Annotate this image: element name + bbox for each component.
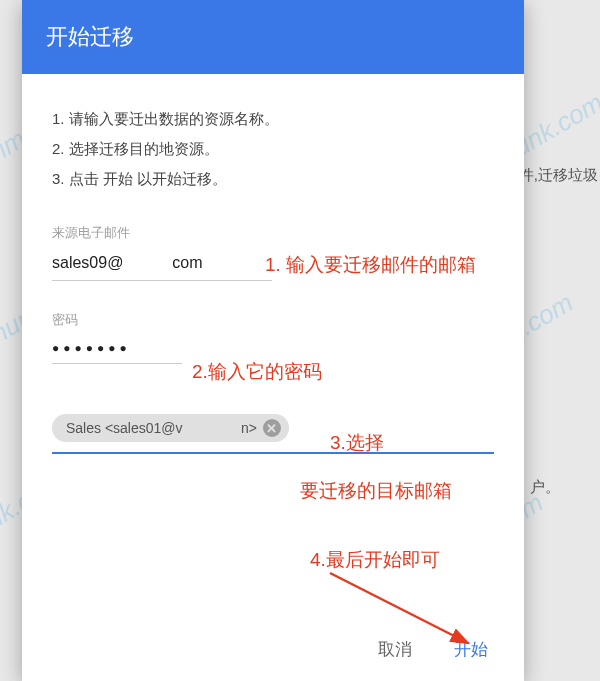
annotation-3b: 要迁移的目标邮箱 [300, 478, 452, 504]
close-icon[interactable]: ✕ [263, 419, 281, 437]
source-email-label: 来源电子邮件 [52, 224, 494, 242]
instruction-line: 1. 请输入要迁出数据的资源名称。 [52, 104, 494, 134]
selected-target-chip[interactable]: Sales <sales01@v n> ✕ [52, 414, 289, 442]
background-text: 户。 [530, 478, 560, 497]
instructions: 1. 请输入要迁出数据的资源名称。 2. 选择迁移目的地资源。 3. 点击 开始… [52, 104, 494, 194]
chip-text: Sales <sales01@v n> [66, 420, 257, 436]
arrow-icon [320, 565, 500, 660]
dialog-title: 开始迁移 [22, 0, 524, 74]
password-field-group: 密码 ●●●●●●● [52, 311, 494, 364]
instruction-line: 3. 点击 开始 以开始迁移。 [52, 164, 494, 194]
password-label: 密码 [52, 311, 494, 329]
source-email-input[interactable]: sales09@ com [52, 248, 272, 281]
annotation-3: 3.选择 [330, 430, 384, 456]
target-select-row[interactable]: Sales <sales01@v n> ✕ [52, 414, 494, 454]
annotation-1: 1. 输入要迁移邮件的邮箱 [265, 252, 476, 278]
password-input[interactable]: ●●●●●●● [52, 335, 182, 364]
instruction-line: 2. 选择迁移目的地资源。 [52, 134, 494, 164]
background-text: 件,迁移垃圾 [519, 166, 598, 185]
annotation-2: 2.输入它的密码 [192, 359, 322, 385]
svg-line-0 [330, 573, 468, 643]
